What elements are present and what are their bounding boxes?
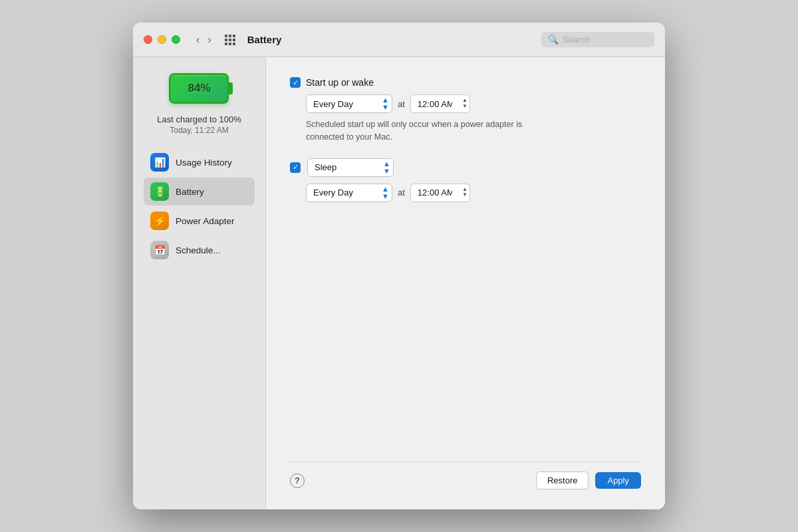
- bottom-bar: ? Restore Apply: [290, 462, 641, 489]
- sidebar-nav: 📊 Usage History 🔋 Battery ⚡ Power Adapte…: [133, 148, 265, 264]
- titlebar: ‹ › Battery 🔍: [133, 23, 665, 57]
- sleep-checkbox-label[interactable]: ✓: [290, 162, 301, 173]
- main-content: 84% Last charged to 100% Today, 11:22 AM…: [133, 57, 665, 509]
- power-adapter-icon: ⚡: [150, 211, 169, 230]
- sidebar: 84% Last charged to 100% Today, 11:22 AM…: [133, 57, 266, 509]
- sleep-time-wrapper: 12:00 AM ▲ ▼: [410, 184, 470, 202]
- search-icon: 🔍: [548, 35, 559, 45]
- startup-day-select[interactable]: Every Day Weekdays Weekends Monday Tuesd…: [306, 94, 392, 113]
- bar-chart-icon: 📊: [154, 157, 166, 168]
- usage-history-label: Usage History: [176, 158, 232, 168]
- restore-button[interactable]: Restore: [536, 471, 589, 489]
- grid-dot: [233, 39, 235, 41]
- sleep-day-wrapper: Every Day Weekdays Weekends Monday Tuesd…: [306, 184, 392, 202]
- startup-time-input[interactable]: 12:00 AM: [410, 94, 470, 113]
- minimize-button[interactable]: [158, 35, 166, 44]
- grid-dot: [229, 43, 231, 45]
- startup-label: Start up or wake: [306, 77, 374, 88]
- startup-row: ✓ Start up or wake: [290, 77, 641, 88]
- schedule-icon: 📅: [150, 241, 169, 259]
- search-bar[interactable]: 🔍: [541, 32, 654, 47]
- nav-arrows: ‹ ›: [194, 33, 214, 47]
- usage-history-icon: 📊: [150, 153, 169, 172]
- startup-checkbox[interactable]: ✓: [290, 77, 301, 88]
- help-button[interactable]: ?: [290, 473, 305, 488]
- schedule-section: ✓ Start up or wake Every Day Weekdays We…: [290, 77, 641, 462]
- apply-button[interactable]: Apply: [595, 472, 641, 489]
- grid-dot: [225, 35, 227, 37]
- startup-at-label: at: [398, 99, 405, 109]
- grid-dot: [229, 39, 231, 41]
- sleep-action-wrapper: Sleep Restart Shut Down ▲ ▼: [307, 158, 394, 177]
- charge-time: Today, 11:22 AM: [157, 126, 241, 135]
- sidebar-item-power-adapter[interactable]: ⚡ Power Adapter: [144, 207, 255, 235]
- grid-dot: [233, 35, 235, 37]
- power-adapter-label: Power Adapter: [176, 216, 235, 226]
- close-button[interactable]: [144, 35, 152, 44]
- startup-checkbox-label[interactable]: ✓ Start up or wake: [290, 77, 374, 88]
- battery-nav-label: Battery: [176, 187, 204, 197]
- search-input[interactable]: [563, 35, 648, 45]
- battery-percentage: 84%: [188, 82, 210, 95]
- sleep-time-input[interactable]: 12:00 AM: [410, 184, 470, 202]
- content-area: ✓ Start up or wake Every Day Weekdays We…: [266, 57, 665, 509]
- app-grid-icon[interactable]: [225, 35, 235, 45]
- sleep-checkbox[interactable]: ✓: [290, 162, 301, 173]
- checkmark-icon: ✓: [293, 79, 299, 86]
- startup-info-text: Scheduled start up will only occur when …: [306, 118, 559, 144]
- sleep-at-label: at: [398, 188, 405, 198]
- grid-dot: [225, 39, 227, 41]
- sidebar-item-schedule[interactable]: 📅 Schedule...: [144, 236, 255, 264]
- battery-nub: [228, 82, 233, 94]
- battery-status: Last charged to 100% Today, 11:22 AM: [157, 114, 241, 135]
- main-window: ‹ › Battery 🔍 84%: [133, 23, 665, 509]
- sleep-day-select[interactable]: Every Day Weekdays Weekends Monday Tuesd…: [306, 184, 392, 202]
- startup-day-wrapper: Every Day Weekdays Weekends Monday Tuesd…: [306, 94, 392, 113]
- sleep-action-select[interactable]: Sleep Restart Shut Down: [307, 158, 394, 177]
- lightning-icon: ⚡: [154, 215, 166, 226]
- sidebar-item-usage-history[interactable]: 📊 Usage History: [144, 148, 255, 176]
- startup-options-row: Every Day Weekdays Weekends Monday Tuesd…: [306, 94, 641, 113]
- back-arrow[interactable]: ‹: [194, 33, 202, 47]
- checkmark-icon: ✓: [293, 164, 299, 171]
- battery-nav-icon: 🔋: [150, 182, 169, 201]
- grid-dot: [233, 43, 235, 45]
- traffic-lights: [144, 35, 180, 44]
- sidebar-item-battery[interactable]: 🔋 Battery: [144, 178, 255, 205]
- calendar-icon: 📅: [154, 245, 166, 255]
- startup-time-wrapper: 12:00 AM ▲ ▼: [410, 94, 470, 113]
- battery-icon-nav: 🔋: [154, 186, 166, 197]
- window-title: Battery: [247, 34, 282, 45]
- last-charged-label: Last charged to 100%: [157, 114, 241, 124]
- sleep-row: ✓ Sleep Restart Shut Down ▲ ▼: [290, 158, 641, 177]
- forward-arrow[interactable]: ›: [205, 33, 213, 47]
- battery-icon-container: 84%: [169, 73, 229, 104]
- schedule-label: Schedule...: [176, 245, 221, 255]
- sleep-options-row: Every Day Weekdays Weekends Monday Tuesd…: [306, 184, 641, 202]
- battery-icon: 84%: [169, 73, 229, 104]
- grid-dot: [225, 43, 227, 45]
- grid-dot: [229, 35, 231, 37]
- maximize-button[interactable]: [172, 35, 180, 44]
- battery-display: 84% Last charged to 100% Today, 11:22 AM: [157, 73, 241, 135]
